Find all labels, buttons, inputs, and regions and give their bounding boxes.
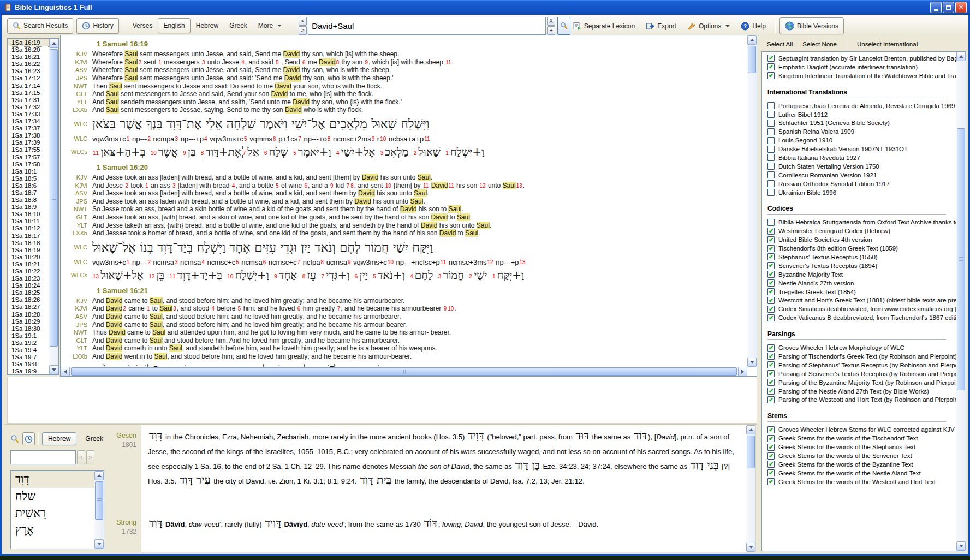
version-item[interactable]: ✔United Bible Societies 4th version [762,235,956,244]
verse-list-item[interactable]: 1Sa 16:22 [8,61,49,68]
version-item[interactable]: ✔Westminster Leningrad Codex (Hebrew) [762,227,956,235]
verse-list-scrollbar[interactable] [49,39,58,374]
verse-list-item[interactable]: 1Sa 17:37 [8,125,49,132]
version-item[interactable]: ✔Kingdom Interlinear Translation of the … [762,72,956,80]
scroll-up-button[interactable] [94,471,104,480]
version-label[interactable]: NWT [61,329,92,336]
verse-list-item[interactable]: 1Sa 16:21 [8,53,49,61]
checked-checkbox-icon[interactable]: ✔ [767,452,775,460]
close-button[interactable]: ✕ [955,2,967,13]
lexicon-ref[interactable]: Gesen1801 [116,432,136,449]
select-all-link[interactable]: Select All [767,41,793,47]
verse-list-item[interactable]: 1Sa 18:12 [8,225,49,232]
unchecked-checkbox-icon[interactable] [767,154,775,161]
english-button[interactable]: English [158,18,190,33]
history-button[interactable]: History [76,18,118,34]
checked-checkbox-icon[interactable]: ✔ [767,379,775,386]
checked-checkbox-icon[interactable]: ✔ [767,228,775,235]
help-button[interactable]: ? Help [735,18,771,34]
version-label[interactable]: KJV [61,174,92,181]
scroll-down-button[interactable] [956,541,966,551]
lexicon-search-icon[interactable] [10,434,19,443]
version-label[interactable]: NWT [61,206,92,212]
version-label[interactable]: NWT [61,83,92,90]
version-label[interactable]: KJVi [61,305,92,312]
scroll-left-button[interactable] [61,367,70,376]
checked-checkbox-icon[interactable]: ✔ [767,478,775,485]
verse-list-item[interactable]: 1Sa 18:6 [8,182,49,189]
verse-list-item[interactable]: 1Sa 17:32 [8,104,49,111]
unchecked-checkbox-icon[interactable] [767,163,775,170]
verse-list-item[interactable]: 1Sa 18:26 [8,296,49,303]
version-item[interactable]: ✔Scrivener's Textus Receptus (1894) [762,261,956,270]
verse-list-item[interactable]: 1Sa 17:15 [8,90,49,97]
version-label[interactable]: JPS [61,321,92,328]
checked-checkbox-icon[interactable]: ✔ [767,262,775,269]
checked-checkbox-icon[interactable]: ✔ [767,297,775,304]
checked-checkbox-icon[interactable]: ✔ [767,55,775,62]
checked-checkbox-icon[interactable]: ✔ [767,461,775,468]
version-item[interactable]: ✔Greek Stems for the words of the Scrive… [762,451,956,460]
verse-list-item[interactable]: 1Sa 17:58 [8,161,49,168]
version-label[interactable]: KJV [61,51,92,57]
version-label[interactable]: JPS [61,75,92,81]
lexicon-search-input[interactable] [10,450,76,464]
version-item[interactable]: Louis Segond 1910 [762,136,956,145]
version-item[interactable]: Cornilescu Romanian Version 1921 [762,171,956,180]
verse-list-item[interactable]: 1Sa 18:29 [8,318,49,325]
version-item[interactable]: ✔Septuagint translation by Sir Lancelot … [762,54,956,63]
verse-list-item[interactable]: 1Sa 17:14 [8,82,49,90]
version-label[interactable]: YLT [61,222,92,229]
verse-list-item[interactable]: 1Sa 19:4 [8,347,49,354]
scrollbar-thumb[interactable] [747,436,755,468]
scrollbar-thumb[interactable] [957,128,965,390]
options-button[interactable]: Options [682,18,735,34]
verse-list-item[interactable]: 1Sa 18:23 [8,275,49,282]
checked-checkbox-icon[interactable]: ✔ [767,236,775,243]
checked-checkbox-icon[interactable]: ✔ [767,314,775,321]
checked-checkbox-icon[interactable]: ✔ [767,370,775,377]
version-item[interactable]: ✔Nestle Aland's 27th version [762,279,956,288]
version-item[interactable]: ✔Parsing of Stephanus' Textus Receptus (… [762,361,956,370]
version-item[interactable]: ✔Stephanus' Textus Receptus (1550) [762,253,956,261]
verse-list-item[interactable]: 1Sa 18:30 [8,325,49,332]
maximize-button[interactable] [943,2,954,13]
version-item[interactable]: Biblia Hebraica Stuttgartensia from Oxfo… [762,218,956,227]
version-item[interactable]: ✔Greek Stems for the words of the Westco… [762,478,956,486]
export-button[interactable]: Export [640,18,682,34]
verse-panel-hscrollbar[interactable] [61,367,747,376]
verse-list-item[interactable]: 1Sa 19:1 [8,332,49,339]
unchecked-checkbox-icon[interactable] [767,146,775,153]
lexicon-ref[interactable]: Strong1732 [116,519,136,535]
lexicon-word-item[interactable]: שלח [11,488,94,505]
verse-list-item[interactable]: 1Sa 18:18 [8,240,49,247]
verse-list-item[interactable]: 1Sa 17:55 [8,146,49,153]
version-item[interactable]: ✔Westcott and Hort's Greek Text (1881) (… [762,296,956,305]
unchecked-checkbox-icon[interactable] [767,180,775,187]
version-item[interactable]: ✔Parsing of Scrivener's Textus Receptus … [762,370,956,378]
scroll-down-button[interactable] [49,365,58,374]
verse-list-item[interactable]: 1Sa 17:38 [8,132,49,139]
search-add-button[interactable]: + [547,26,555,35]
verse-list-item[interactable]: 1Sa 19:9 [8,368,49,375]
separate-lexicon-button[interactable]: Separate Lexicon [567,18,640,34]
lexicon-word-item[interactable]: רֵאשִׁית [11,505,94,522]
verse-list-item[interactable]: 1Sa 18:5 [8,175,49,182]
version-item[interactable]: ✔Greek Stems for the words of the Byzant… [762,460,956,469]
version-item[interactable]: ✔Tischendorf's 8th edition Greek Text (1… [762,244,956,253]
version-item[interactable]: Bibbia Italiana Riveduta 1927 [762,153,956,162]
version-item[interactable]: ✔Codex Vaticanus B deabbreviated, from T… [762,313,956,322]
verse-list-item[interactable]: 1Sa 17:39 [8,139,49,146]
lexicon-tab-greek[interactable]: Greek [80,433,109,445]
version-item[interactable]: Dutch Staten Vertaling Version 1750 [762,162,956,171]
lexicon-word-item[interactable]: דָּוִד [11,471,94,488]
search-prev-button[interactable]: < [299,17,307,26]
verse-list-item[interactable]: 1Sa 17:31 [8,97,49,104]
verse-list-item[interactable]: 1Sa 18:21 [8,261,49,268]
word-list-scrollbar[interactable] [94,471,104,549]
version-item[interactable]: ✔Byzantine Majority Text [762,270,956,279]
version-label[interactable]: KJVi [61,59,92,65]
unchecked-checkbox-icon[interactable] [767,128,775,135]
verse-list-item[interactable]: 1Sa 18:11 [8,218,49,225]
checked-checkbox-icon[interactable]: ✔ [767,288,775,295]
